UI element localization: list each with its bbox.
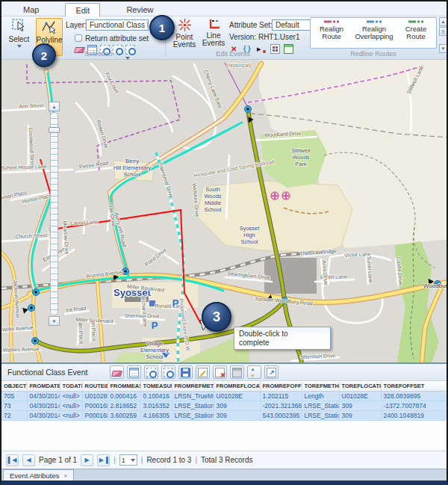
- cell[interactable]: U01028E: [214, 392, 260, 401]
- show-table-button[interactable]: [127, 365, 141, 379]
- cell[interactable]: 1.202115: [260, 392, 302, 401]
- realign-overlapping-button[interactable]: Realign Overlapping: [352, 19, 396, 48]
- cell[interactable]: LRSN_TrueMile: [172, 392, 214, 401]
- column-header[interactable]: TODATE: [60, 381, 82, 392]
- column-header[interactable]: OBJECTID: [1, 381, 27, 392]
- cell[interactable]: Length: [302, 392, 339, 401]
- zoom-out-button[interactable]: ▼: [49, 316, 60, 326]
- table-row[interactable]: 7304/30/2014 <null>P00016N 2.8186523.016…: [1, 401, 448, 411]
- sketch-tooltip: Double-click to complete: [234, 327, 331, 350]
- cell[interactable]: 2400.1048819: [381, 411, 448, 421]
- column-header[interactable]: FROMMEASURE: [108, 381, 140, 392]
- export-icon: [267, 368, 276, 377]
- cell[interactable]: 04/30/2014: [27, 411, 60, 421]
- event-table-icon[interactable]: [284, 44, 293, 54]
- street-label: Welshire Drive: [192, 183, 200, 217]
- cell[interactable]: LRSE_Stations: [302, 411, 339, 421]
- cell[interactable]: 73: [1, 401, 27, 411]
- pan-to-selected-button[interactable]: [161, 365, 175, 379]
- cell[interactable]: 04/30/2014: [27, 401, 60, 411]
- cell[interactable]: 0.000416: [108, 392, 140, 401]
- cell[interactable]: 0.100416: [140, 392, 172, 401]
- layer-combobox[interactable]: Functional Class Event: [86, 19, 149, 31]
- column-header[interactable]: FROMREFLOCATION: [214, 381, 260, 392]
- delete-record-button[interactable]: [213, 365, 227, 379]
- cell[interactable]: P00016N: [82, 411, 108, 421]
- page-number-dropdown[interactable]: 1: [119, 454, 137, 466]
- event-attributes-tab[interactable]: Event Attributes ×: [3, 469, 74, 481]
- column-header[interactable]: TOREFLOCATION: [339, 381, 381, 392]
- table-row[interactable]: 70504/30/2014 <null>U01028E 0.0004160.10…: [1, 392, 448, 401]
- cell[interactable]: 309: [339, 411, 381, 421]
- cell[interactable]: 309: [339, 401, 381, 411]
- zoom-slider-handle[interactable]: [49, 127, 60, 133]
- clear-selection-button[interactable]: [110, 365, 124, 379]
- cell[interactable]: 309: [214, 411, 260, 421]
- tab-map[interactable]: Map: [13, 3, 49, 16]
- column-header[interactable]: FROMREFOFFSET: [260, 381, 302, 392]
- cell[interactable]: P00016N: [82, 401, 108, 411]
- options-button[interactable]: [264, 365, 279, 379]
- column-header[interactable]: TOREFMETHOD: [302, 381, 339, 392]
- column-header[interactable]: FROMREFMETHOD: [172, 381, 214, 392]
- ribbon-scroll-thumb[interactable]: ☰: [439, 27, 447, 36]
- point-events-button[interactable]: Point Events: [170, 18, 199, 56]
- zoom-in-button[interactable]: ▲: [49, 102, 60, 111]
- table-row[interactable]: 7204/30/2014 <null>P00016N 3.6002594.166…: [1, 411, 448, 421]
- select-button[interactable]: Select: [5, 18, 33, 56]
- street-label: Townsend Drive: [158, 161, 174, 199]
- cell[interactable]: U01028E: [339, 392, 381, 401]
- ribbon-scroll-down[interactable]: ▼: [439, 44, 447, 53]
- last-page-button[interactable]: ▶▐: [97, 454, 110, 466]
- eraser-icon: [111, 371, 122, 377]
- cell[interactable]: <null>: [60, 401, 82, 411]
- cell[interactable]: LRSE_Stations: [172, 411, 214, 421]
- cell[interactable]: 328.0839895: [381, 392, 448, 401]
- cell[interactable]: <null>: [60, 392, 82, 401]
- cell[interactable]: LRSE_Stations: [302, 401, 339, 411]
- zoom-slider-track[interactable]: [50, 112, 58, 315]
- return-attribute-set-checkbox[interactable]: [75, 34, 82, 42]
- cell[interactable]: 3.016352: [140, 401, 172, 411]
- column-header[interactable]: FROMDATE: [27, 381, 60, 392]
- cell[interactable]: 543.0002395: [260, 411, 302, 421]
- next-page-button[interactable]: ▶: [81, 454, 93, 466]
- edit-record-button[interactable]: [196, 365, 210, 379]
- cell[interactable]: 4.166305: [140, 411, 172, 421]
- column-header[interactable]: TOMEASURE: [140, 381, 172, 392]
- tooltip-line1: Double-click to: [239, 330, 326, 339]
- cell[interactable]: 04/30/2014: [27, 392, 60, 401]
- ribbon-scroll-up[interactable]: ▲: [439, 17, 447, 26]
- cell[interactable]: -1372.7007874: [381, 401, 448, 411]
- cell[interactable]: U01028E: [82, 392, 108, 401]
- zoom-slider[interactable]: ▲ ▼: [48, 102, 60, 326]
- place-label: Berry: [125, 158, 139, 164]
- cell[interactable]: 309: [214, 401, 260, 411]
- close-icon[interactable]: ×: [64, 472, 68, 479]
- place-label: School: [124, 171, 141, 178]
- table-window-button[interactable]: [230, 365, 244, 379]
- first-page-button[interactable]: ▌◀: [6, 454, 19, 466]
- cell[interactable]: LRSE_Stations: [172, 401, 214, 411]
- save-icon: [181, 368, 190, 377]
- create-route-button[interactable]: Create Route: [397, 19, 435, 48]
- cell[interactable]: 72: [1, 411, 27, 421]
- save-button[interactable]: [178, 365, 193, 379]
- select-dropdown-caret[interactable]: [17, 45, 22, 48]
- cell[interactable]: 2.818652: [108, 401, 140, 411]
- column-header[interactable]: TOREFOFFSET: [381, 381, 448, 392]
- event-attributes-window-icon[interactable]: [270, 44, 280, 54]
- cell[interactable]: 3.600259: [108, 411, 140, 421]
- cell[interactable]: <null>: [60, 411, 82, 421]
- select-tool-icon: [11, 18, 28, 34]
- tab-edit[interactable]: Edit: [65, 3, 100, 16]
- prev-page-button[interactable]: ◀: [22, 454, 35, 466]
- cell[interactable]: -2021.3213681: [260, 401, 302, 411]
- cell[interactable]: 705: [1, 392, 27, 401]
- realign-route-button[interactable]: Realign Route: [312, 19, 351, 48]
- street-label: School House Lane: [1, 164, 47, 170]
- zoom-to-selected-button[interactable]: [144, 365, 158, 379]
- sort-button[interactable]: [247, 365, 261, 379]
- column-header[interactable]: ROUTEID: [82, 381, 108, 392]
- tab-review[interactable]: Review: [116, 3, 163, 16]
